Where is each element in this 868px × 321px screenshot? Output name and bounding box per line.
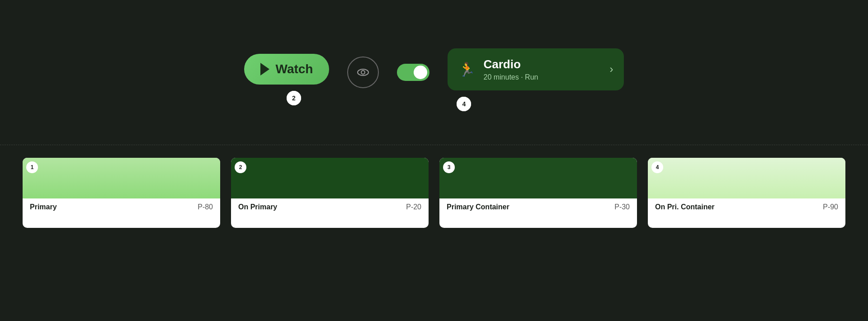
- swatch-label-row-4: On Pri. Container P-90: [648, 198, 845, 216]
- svg-point-1: [361, 71, 365, 74]
- cardio-title: Cardio: [483, 57, 601, 71]
- annotation-2: 2: [287, 91, 301, 105]
- swatch-code-3: P-30: [614, 203, 630, 211]
- swatch-name-1: Primary: [30, 203, 57, 211]
- bottom-section: 1 Primary P-80 2 On Primary P-20 3 Prima…: [0, 145, 868, 241]
- swatch-name-4: On Pri. Container: [655, 203, 715, 211]
- swatch-code-4: P-90: [823, 203, 838, 211]
- swatch-color-4: [648, 158, 845, 198]
- swatch-color-2: [231, 158, 429, 198]
- toggle-switch[interactable]: [397, 64, 429, 81]
- toggle-knob: [414, 66, 427, 79]
- toggle-wrapper: [397, 64, 429, 81]
- swatch-name-2: On Primary: [238, 203, 277, 211]
- swatch-number-4: 4: [651, 161, 663, 173]
- swatch-number-1: 1: [26, 161, 38, 173]
- swatch-on-primary: 2 On Primary P-20: [231, 158, 429, 228]
- annotation-4: 4: [457, 97, 471, 111]
- swatch-primary: 1 Primary P-80: [23, 158, 220, 228]
- cardio-subtitle: 20 minutes · Run: [483, 73, 601, 81]
- swatch-label-row-2: On Primary P-20: [231, 198, 429, 216]
- swatch-color-3: [439, 158, 637, 198]
- top-section: Watch 1 2 🏃 Cardio 20 minutes · Run ›: [0, 0, 868, 145]
- swatch-code-1: P-80: [198, 203, 213, 211]
- swatch-label-row-1: Primary P-80: [23, 198, 220, 216]
- swatch-on-primary-container: 4 On Pri. Container P-90: [648, 158, 845, 228]
- swatch-color-1: [23, 158, 220, 198]
- swatch-code-2: P-20: [406, 203, 421, 211]
- play-icon: [260, 63, 269, 76]
- swatch-label-row-3: Primary Container P-30: [439, 198, 637, 216]
- runner-icon: 🏃: [458, 61, 475, 77]
- swatch-primary-container: 3 Primary Container P-30: [439, 158, 637, 228]
- cardio-card[interactable]: 🏃 Cardio 20 minutes · Run ›: [448, 48, 624, 90]
- eye-icon: [356, 65, 370, 80]
- watch-button-group: Watch 1 2: [244, 54, 330, 91]
- watch-button[interactable]: Watch: [244, 54, 330, 85]
- cardio-info: Cardio 20 minutes · Run: [483, 57, 601, 81]
- swatch-name-3: Primary Container: [447, 203, 509, 211]
- eye-button[interactable]: [347, 57, 379, 88]
- swatch-number-2: 2: [235, 161, 246, 173]
- swatch-number-3: 3: [443, 161, 455, 173]
- chevron-right-icon: ›: [609, 63, 613, 76]
- watch-label: Watch: [276, 62, 313, 76]
- cardio-card-wrapper: 🏃 Cardio 20 minutes · Run › 3 4: [448, 48, 624, 97]
